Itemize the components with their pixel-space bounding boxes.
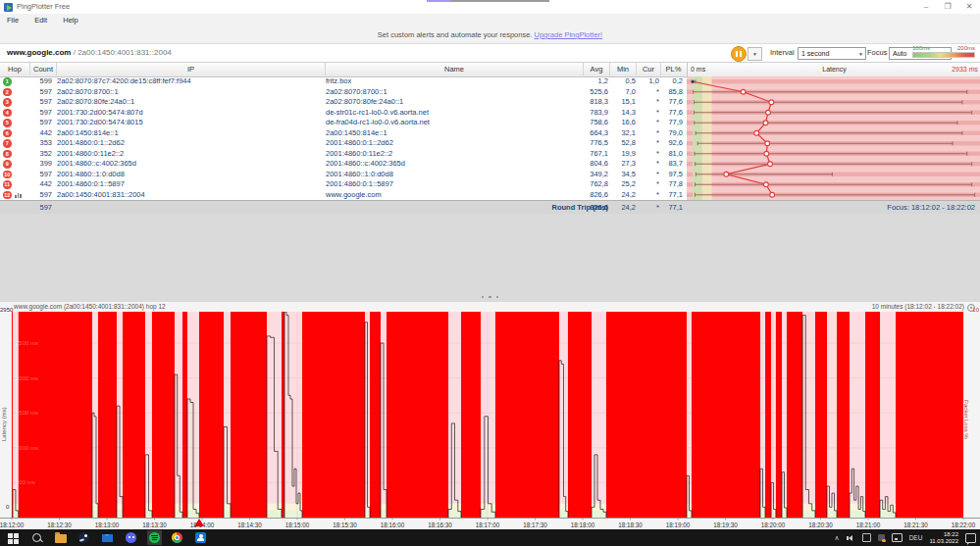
svg-text:18:21:00: 18:21:00 xyxy=(856,521,881,528)
language-indicator[interactable]: DEU xyxy=(909,534,923,541)
steam-icon[interactable] xyxy=(78,532,90,544)
count-cell: 597 xyxy=(0,170,52,180)
ip-cell: 2a02:8070:80fe:24a0::1 xyxy=(57,97,134,108)
ip-cell: 2001:4860::c:4002:365d xyxy=(57,159,136,170)
table-row[interactable]: 35972a02:8070:80fe:24a0::12a02:8070:80fe… xyxy=(0,97,687,108)
svg-text:18:18:00: 18:18:00 xyxy=(571,521,595,528)
svg-text:1000 ms: 1000 ms xyxy=(16,445,38,451)
close-button[interactable]: ✕ xyxy=(958,0,980,13)
count-cell: 597 xyxy=(0,190,52,201)
name-cell: 2a02:8070:8700::1 xyxy=(326,87,387,98)
name-cell: fritz.box xyxy=(326,76,351,87)
column-header-pl[interactable]: PL% xyxy=(661,63,686,75)
svg-text:18:19:30: 18:19:30 xyxy=(713,521,738,528)
svg-text:18:13:30: 18:13:30 xyxy=(142,521,167,528)
windows-taskbar: ∧ DEU 18:22 11.03.2022 xyxy=(0,529,980,546)
focus-range-text: Focus: 18:12:02 - 18:22:02 xyxy=(887,201,975,214)
ip-cell: 2001:730:2d00:5474:807d xyxy=(57,108,143,119)
column-header-min[interactable]: Min xyxy=(610,63,637,75)
count-cell: 597 xyxy=(0,118,52,128)
volume-icon[interactable] xyxy=(847,533,855,542)
menu-item-edit[interactable]: Edit xyxy=(27,14,54,26)
mail-icon[interactable] xyxy=(102,532,114,544)
menu-item-file[interactable]: File xyxy=(0,14,26,26)
tray-alert-icon[interactable] xyxy=(878,534,885,541)
minimize-button[interactable]: – xyxy=(915,0,937,13)
pl-cell: 85,8 xyxy=(644,87,683,98)
table-header: Hop Count IP Name Avg Min Cur PL% xyxy=(0,62,687,77)
trace-latency-graph[interactable] xyxy=(687,76,980,200)
people-app-icon[interactable] xyxy=(195,532,207,544)
interval-value: 1 second xyxy=(801,50,829,57)
timeline-yaxis-label: Latency (ms) xyxy=(1,407,7,441)
column-header-avg[interactable]: Avg xyxy=(584,63,610,75)
table-row[interactable]: 15992a02:8070:87c7:4200:de15:c8ff:fef7:f… xyxy=(0,76,687,87)
name-cell: 2001:4860::c:4002:365d xyxy=(326,159,405,170)
column-header-cur[interactable]: Cur xyxy=(637,63,661,75)
latency-title: Latency xyxy=(688,63,980,75)
name-cell: 2001:4860:0:1::5897 xyxy=(326,179,393,190)
table-row[interactable]: 55972001:730:2d00:5474:8015de-fra04d-rc1… xyxy=(0,118,687,128)
pl-cell: 92,6 xyxy=(644,138,683,149)
spotify-icon-active[interactable] xyxy=(147,530,162,545)
svg-text:18:18:30: 18:18:30 xyxy=(618,521,643,528)
interval-select[interactable]: 1 second▼ xyxy=(798,47,866,60)
timeline-graph[interactable]: 500 ms1000 ms1500 ms2000 ms2500 ms18:12:… xyxy=(0,312,980,529)
count-cell: 597 xyxy=(0,108,52,119)
table-row[interactable]: 45972001:730:2d00:5474:807dde-str01c-rc1… xyxy=(0,108,687,119)
title-bar: PingPlotter Free – ❐ ✕ xyxy=(0,0,980,14)
packet-loss-axis-label: Packet Loss % xyxy=(963,400,969,439)
menu-item-help[interactable]: Help xyxy=(56,14,84,26)
latency-graph-header: 0 ms Latency 2933 ms xyxy=(687,62,980,77)
menu-bar: File Edit Help xyxy=(0,14,980,26)
tray-expand-icon[interactable]: ∧ xyxy=(835,534,840,542)
packet-loss-top-label: 10 xyxy=(972,307,979,313)
maximize-button[interactable]: ❐ xyxy=(937,0,958,13)
pane-splitter[interactable] xyxy=(0,293,980,301)
ip-cell: 2001:4860:0:1::5897 xyxy=(57,179,125,190)
pl-cell: 83,7 xyxy=(644,159,683,170)
pl-cell: 77,9 xyxy=(644,118,683,128)
table-row[interactable]: 73532001:4860:0:1::2d622001:4860:0:1::2d… xyxy=(0,138,687,149)
ip-cell: 2a00:1450:4001:831::2004 xyxy=(57,190,145,201)
table-row[interactable]: 114422001:4860:0:1::58972001:4860:0:1::5… xyxy=(0,179,687,190)
system-tray: ∧ DEU 18:22 11.03.2022 xyxy=(835,529,976,546)
name-cell: de-str01c-rc1-lo0-0.v6.aorta.net xyxy=(326,108,429,119)
table-row[interactable]: 125972a00:1450:4001:831::2004www.google.… xyxy=(0,190,687,201)
chrome-icon[interactable] xyxy=(172,532,183,544)
svg-text:18:16:00: 18:16:00 xyxy=(381,521,405,528)
discord-icon[interactable] xyxy=(126,532,137,544)
chevron-down-icon: ▼ xyxy=(858,48,863,60)
column-header-hop[interactable]: Hop xyxy=(0,63,30,75)
ip-cell: 2a02:8070:87c7:4200:de15:c8ff:fef7:f944 xyxy=(57,76,191,87)
svg-text:18:20:30: 18:20:30 xyxy=(808,521,833,528)
table-row[interactable]: 64422a00:1450:814e::12a00:1450:814e::166… xyxy=(0,128,687,139)
tray-app-icon[interactable] xyxy=(862,533,871,542)
svg-text:1500 ms: 1500 ms xyxy=(16,410,38,416)
name-cell: 2001:4860:0:11e2::2 xyxy=(326,149,392,160)
svg-text:18:17:00: 18:17:00 xyxy=(476,521,500,528)
table-row[interactable]: 25972a02:8070:8700::12a02:8070:8700::152… xyxy=(0,87,687,98)
action-center-icon[interactable] xyxy=(965,533,976,543)
file-explorer-icon[interactable] xyxy=(55,532,67,544)
column-header-count[interactable]: Count xyxy=(30,63,57,75)
svg-text:18:15:30: 18:15:30 xyxy=(333,521,357,528)
count-cell: 352 xyxy=(0,149,52,160)
search-icon[interactable] xyxy=(31,532,43,544)
count-cell: 442 xyxy=(0,128,52,139)
upgrade-link[interactable]: Upgrade PingPlotter! xyxy=(535,30,603,39)
pingplotter-window: { "window": {"title": "PingPlotter Free"… xyxy=(0,0,980,546)
pause-dropdown-button[interactable]: ▼ xyxy=(748,47,762,61)
column-header-ip[interactable]: IP xyxy=(57,63,326,75)
svg-text:18:12:30: 18:12:30 xyxy=(47,521,72,528)
table-row[interactable]: 83522001:4860:0:11e2::22001:4860:0:11e2:… xyxy=(0,149,687,160)
network-icon[interactable] xyxy=(892,533,903,542)
column-header-name[interactable]: Name xyxy=(326,63,584,75)
table-row[interactable]: 93992001:4860::c:4002:365d2001:4860::c:4… xyxy=(0,159,687,170)
svg-text:18:19:00: 18:19:00 xyxy=(666,521,691,528)
start-button-icon[interactable] xyxy=(8,532,20,544)
svg-text:18:14:30: 18:14:30 xyxy=(237,521,262,528)
pause-button[interactable] xyxy=(731,46,747,62)
table-row[interactable]: 105972001:4860::1:0:d0d82001:4860::1:0:d… xyxy=(0,170,687,180)
clock[interactable]: 18:22 11.03.2022 xyxy=(929,531,958,545)
